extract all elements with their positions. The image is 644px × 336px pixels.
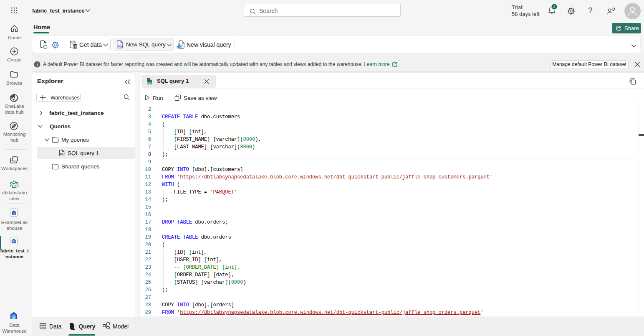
svg-text:SQL: SQL [60, 153, 64, 155]
svg-text:SQL: SQL [118, 44, 123, 48]
svg-text:SQL: SQL [147, 81, 152, 84]
svg-text:2: 2 [553, 4, 555, 9]
